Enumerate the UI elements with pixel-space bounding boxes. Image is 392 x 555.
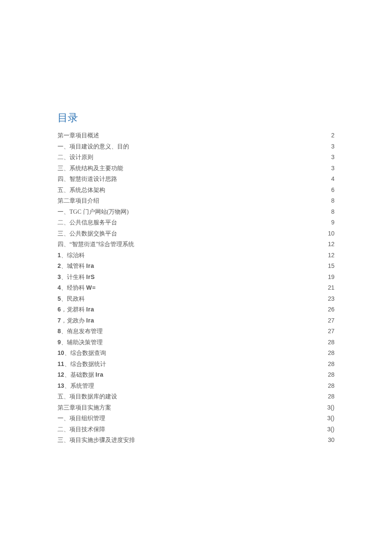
toc-entry-label: 10、综合数据查询: [58, 350, 106, 356]
toc-entry-label: 12、基础数据 Ira: [58, 372, 104, 378]
toc-entry: 13、系统管理28: [58, 383, 334, 389]
toc-entry-label: 四、“智慧街道”综合管理系统: [58, 241, 134, 247]
toc-entry: 五、系统总体架构6: [58, 187, 334, 193]
toc-entry: 11、综合数据统计28: [58, 361, 334, 367]
toc-entry-label: 1、综治科: [58, 252, 85, 259]
toc-entry: 五、项目数据库的建设28: [58, 393, 334, 400]
toc-entry-page: 23: [328, 296, 334, 302]
toc-entry-label: 一、项目建设的意义、目的: [58, 144, 129, 150]
toc-entry: 9、辅助决策管理28: [58, 339, 334, 346]
toc-entry-page: 28: [328, 393, 334, 399]
toc-entry-page: 28: [328, 361, 334, 367]
toc-entry: 三、项目实施步骤及进度安排30: [58, 437, 334, 443]
toc-entry: 三、公共数据交换平台10: [58, 230, 334, 237]
toc-entry: 二、项目技术保障3(): [58, 426, 334, 433]
toc-entry-page: 28: [328, 350, 334, 356]
toc-entry: 一、项目建设的意义、目的3: [58, 143, 334, 150]
toc-entry-page: 19: [328, 274, 334, 280]
toc-entry-label: 2、城管科 Ira: [58, 263, 94, 269]
toc-entry-label: 第二章项目介绍: [58, 198, 99, 204]
toc-entry-page: 28: [328, 372, 334, 378]
toc-entry-label: 8、侑息发布管理: [58, 328, 103, 334]
toc-entry-label: 11、综合数据统计: [58, 361, 106, 367]
toc-entry-label: 9、辅助决策管理: [58, 339, 103, 346]
toc-entry-page: 15: [328, 263, 334, 269]
toc-entry: 6，党群科 Ira26: [58, 306, 334, 313]
toc-entry-label: 三、项目实施步骤及进度安排: [58, 437, 135, 443]
toc-entry-page: 2: [331, 132, 334, 138]
toc-entry-label: 5、民政科: [58, 296, 85, 302]
toc-entry-label: 6，党群科 Ira: [58, 306, 94, 313]
toc-entry: 一、TGC 门户网站(万物网)8: [58, 209, 334, 215]
toc-entry-page: 10: [328, 230, 334, 236]
toc-entry-label: 二、设计原则: [58, 154, 93, 160]
toc-entry-label: 4、经协科 W≡: [58, 285, 96, 291]
toc-entry: 第三章项目实施方案3(): [58, 404, 334, 411]
toc-entry-page: 12: [328, 252, 334, 258]
toc-entry-page: 8: [331, 209, 334, 215]
toc-entry-page: 28: [328, 339, 334, 345]
toc-entry-label: 一、项目组织管理: [58, 416, 105, 421]
toc-entry-page: 3: [331, 154, 334, 160]
toc-entry-label: 三、公共数据交换平台: [58, 231, 117, 237]
toc-entry-page: 30: [328, 437, 334, 443]
toc-entry-page: 28: [328, 383, 334, 389]
toc-entry-label: 二、公共信息服务平台: [58, 220, 117, 226]
toc-entry-page: 12: [328, 241, 334, 247]
toc-entry-label: 三、系统结构及主要功能: [58, 166, 123, 171]
toc-entry-page: 21: [328, 285, 334, 291]
toc-entry-page: 4: [331, 176, 334, 182]
toc-entry-page: 3: [331, 143, 334, 149]
toc-entry-page: 3(): [327, 426, 334, 432]
toc-entry: 10、综合数据查询28: [58, 350, 334, 356]
toc-entry-page: 9: [331, 219, 334, 225]
toc-entry-page: 6: [331, 187, 334, 193]
toc-entry: 12、基础数据 Ira28: [58, 372, 334, 378]
toc-entry: 第二章项目介绍8: [58, 198, 334, 204]
toc-entry-label: 二、项目技术保障: [58, 427, 105, 433]
toc-entry: 四、“智慧街道”综合管理系统12: [58, 241, 334, 247]
toc-entry-label: 第三章项目实施方案: [58, 405, 111, 411]
toc-title: 目录: [58, 111, 334, 125]
toc-entry-label: 四、智慧街道设计思路: [58, 176, 117, 182]
toc-entry-page: 26: [328, 306, 334, 312]
toc-entry-page: 3(): [327, 415, 334, 421]
toc-entry-label: 3、计生科 IrS: [58, 274, 95, 280]
toc-entry-label: 五、项目数据库的建设: [58, 394, 117, 400]
document-page: 目录 第一章项目概述2一、项目建设的意义、目的3二、设计原则3三、系统结构及主要…: [0, 0, 392, 555]
toc-entry: 四、智慧街道设计思路4: [58, 176, 334, 182]
toc-entry: 二、设计原则3: [58, 154, 334, 160]
toc-entry: 1、综治科12: [58, 252, 334, 259]
toc-list: 第一章项目概述2一、项目建设的意义、目的3二、设计原则3三、系统结构及主要功能3…: [58, 132, 334, 443]
toc-entry-page: 3(): [327, 404, 334, 410]
toc-entry: 第一章项目概述2: [58, 132, 334, 139]
toc-entry-label: 五、系统总体架构: [58, 187, 105, 193]
toc-entry: 2、城管科 Ira15: [58, 263, 334, 269]
toc-entry: 5、民政科23: [58, 296, 334, 302]
toc-entry: 3、计生科 IrS19: [58, 274, 334, 280]
toc-entry: 4、经协科 W≡21: [58, 285, 334, 291]
toc-entry-page: 8: [331, 198, 334, 203]
toc-entry-label: 7，党政办 Ira: [58, 317, 94, 324]
toc-entry-label: 第一章项目概述: [58, 133, 99, 139]
toc-entry-label: 一、TGC 门户网站(万物网): [58, 209, 129, 215]
toc-entry: 三、系统结构及主要功能3: [58, 165, 334, 171]
toc-entry-page: 27: [328, 317, 334, 323]
toc-entry-label: 13、系统管理: [58, 383, 94, 389]
toc-entry: 二、公共信息服务平台9: [58, 219, 334, 226]
toc-entry-page: 3: [331, 165, 334, 171]
toc-entry-page: 27: [328, 328, 334, 334]
toc-entry: 一、项目组织管理3(): [58, 415, 334, 421]
toc-entry: 7，党政办 Ira27: [58, 317, 334, 324]
toc-entry: 8、侑息发布管理27: [58, 328, 334, 334]
